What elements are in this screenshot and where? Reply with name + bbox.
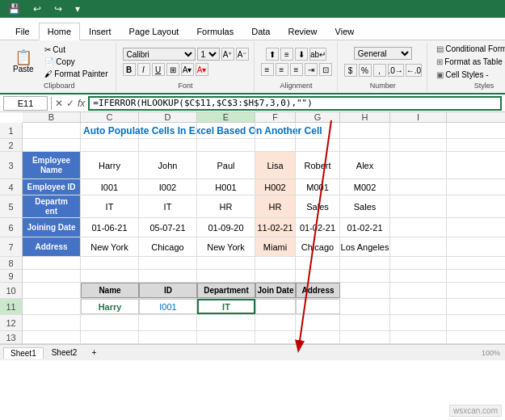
cell-i5[interactable]	[390, 195, 447, 217]
col-header-i[interactable]: I	[390, 112, 447, 122]
cell-i11[interactable]	[390, 299, 447, 314]
redo-button[interactable]: ↪	[51, 2, 65, 15]
cell-d10-header[interactable]: ID	[139, 283, 197, 298]
cell-d13[interactable]	[139, 331, 197, 344]
currency-button[interactable]: $	[344, 64, 357, 77]
cell-d5[interactable]: IT	[139, 195, 197, 217]
cell-c3[interactable]: Harry	[81, 152, 139, 178]
indent-button[interactable]: ⇥	[305, 63, 318, 76]
cell-i13[interactable]	[390, 331, 447, 344]
cell-i7[interactable]	[390, 237, 447, 256]
align-right-button[interactable]: ≡	[290, 63, 303, 76]
paste-button[interactable]: 📋 Paste	[8, 48, 39, 75]
row-header-6[interactable]: 6	[0, 218, 22, 237]
cell-e11-selected[interactable]: IT	[197, 299, 255, 314]
row-header-11[interactable]: 11	[0, 299, 22, 315]
format-painter-button[interactable]: 🖌 Format Painter	[42, 69, 111, 79]
cell-reference-box[interactable]	[3, 96, 48, 111]
cell-f10-header[interactable]: Join Date	[255, 283, 296, 298]
cell-h11[interactable]	[340, 299, 390, 314]
cell-g3[interactable]: Robert	[296, 152, 340, 178]
col-header-f[interactable]: F	[255, 112, 296, 122]
cell-g6[interactable]: 01-02-21	[296, 218, 340, 237]
italic-button[interactable]: I	[137, 63, 150, 76]
tab-view[interactable]: View	[326, 23, 364, 40]
cell-h7[interactable]: Los Angeles	[340, 237, 390, 256]
col-header-d[interactable]: D	[139, 112, 197, 122]
row-header-13[interactable]: 13	[0, 331, 22, 344]
cell-f11[interactable]	[255, 299, 296, 314]
cell-h12[interactable]	[340, 315, 390, 330]
cell-b5-header[interactable]: Department	[23, 195, 81, 217]
cell-c4[interactable]: I001	[81, 179, 139, 195]
cell-d1[interactable]	[139, 123, 197, 138]
tab-formulas[interactable]: Formulas	[187, 23, 242, 40]
cell-h13[interactable]	[340, 331, 390, 344]
cell-g12[interactable]	[296, 315, 340, 330]
cell-f4[interactable]: H002	[255, 179, 296, 195]
cell-i3[interactable]	[390, 152, 447, 178]
cell-d7[interactable]: Chicago	[139, 237, 197, 256]
cell-b7-header[interactable]: Address	[23, 237, 81, 256]
tab-review[interactable]: Review	[279, 23, 326, 40]
row-header-2[interactable]: 2	[0, 139, 22, 152]
cell-d6[interactable]: 05-07-21	[139, 218, 197, 237]
cell-h1[interactable]	[340, 123, 390, 138]
row-header-4[interactable]: 4	[0, 179, 22, 195]
percent-button[interactable]: %	[359, 64, 372, 77]
col-header-e[interactable]: E	[197, 112, 255, 122]
increase-font-button[interactable]: A⁺	[221, 48, 234, 61]
cancel-formula-icon[interactable]: ✕	[55, 98, 63, 109]
cell-h4[interactable]: M002	[340, 179, 390, 195]
cell-f12[interactable]	[255, 315, 296, 330]
number-format-select[interactable]: General	[354, 47, 412, 60]
cell-d12[interactable]	[139, 315, 197, 330]
cell-b10[interactable]	[23, 283, 81, 298]
tab-insert[interactable]: Insert	[80, 23, 120, 40]
cell-e4[interactable]: H001	[197, 179, 255, 195]
conditional-formatting-button[interactable]: ▤ Conditional Formatting -	[434, 44, 505, 54]
font-size-select[interactable]: 11	[197, 48, 220, 61]
cell-e12[interactable]	[197, 315, 255, 330]
cell-g10-header[interactable]: Address	[296, 283, 340, 298]
decrease-decimal-button[interactable]: ←.0	[406, 64, 422, 77]
row-header-9[interactable]: 9	[0, 270, 22, 283]
cell-c1[interactable]: Auto Populate Cells In Excel Based On An…	[81, 123, 139, 138]
fill-color-button[interactable]: A▾	[181, 63, 194, 76]
comma-button[interactable]: ,	[373, 64, 386, 77]
cell-g11[interactable]	[296, 299, 340, 314]
tab-file[interactable]: File	[6, 23, 39, 40]
cell-b12[interactable]	[23, 315, 81, 330]
cell-i4[interactable]	[390, 179, 447, 195]
cell-e3[interactable]: Paul	[197, 152, 255, 178]
font-color-button[interactable]: A▾	[196, 63, 208, 76]
cell-c12[interactable]	[81, 315, 139, 330]
row-header-10[interactable]: 10	[0, 283, 22, 299]
col-header-g[interactable]: G	[296, 112, 340, 122]
cell-e6[interactable]: 01-09-20	[197, 218, 255, 237]
merge-button[interactable]: ⊡	[319, 63, 332, 76]
sheet-tab-2[interactable]: Sheet2	[45, 347, 84, 358]
tab-data[interactable]: Data	[242, 23, 279, 40]
cell-b3-header[interactable]: EmployeeName	[23, 152, 81, 178]
increase-decimal-button[interactable]: .0→	[388, 64, 404, 77]
cell-f13[interactable]	[255, 331, 296, 344]
cell-i12[interactable]	[390, 315, 447, 330]
cell-g4[interactable]: M001	[296, 179, 340, 195]
copy-button[interactable]: 📄 Copy	[42, 57, 111, 67]
formula-input[interactable]	[88, 96, 502, 111]
bold-button[interactable]: B	[123, 63, 136, 76]
col-header-b[interactable]: B	[23, 112, 81, 122]
align-left-button[interactable]: ≡	[261, 63, 274, 76]
font-name-select[interactable]: Calibri	[123, 48, 196, 61]
cell-e1[interactable]	[197, 123, 255, 138]
align-bottom-button[interactable]: ⬇	[295, 48, 308, 61]
cell-e7[interactable]: New York	[197, 237, 255, 256]
cell-i10[interactable]	[390, 283, 447, 298]
cell-b11[interactable]	[23, 299, 81, 314]
tab-page-layout[interactable]: Page Layout	[120, 23, 188, 40]
format-as-table-button[interactable]: ⊞ Format as Table -	[434, 57, 505, 67]
cell-styles-button[interactable]: ▣ Cell Styles -	[434, 69, 490, 80]
cut-button[interactable]: ✂ Cut	[42, 44, 111, 55]
cell-f1[interactable]	[255, 123, 296, 138]
